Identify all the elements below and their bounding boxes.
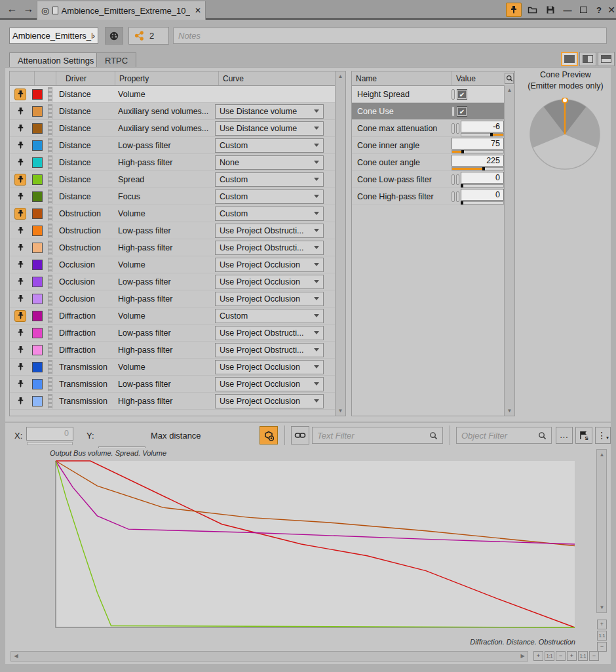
color-swatch[interactable] xyxy=(32,345,43,355)
curve-mode-dropdown[interactable]: Use Project Obstructi... xyxy=(215,241,324,255)
pin-toggle[interactable] xyxy=(14,225,26,237)
zoom-reset-horizontal-button[interactable]: 1:1 xyxy=(545,651,554,661)
color-swatch[interactable] xyxy=(32,123,43,134)
color-swatch[interactable] xyxy=(32,362,43,372)
color-swatch[interactable] xyxy=(32,226,43,236)
value-slider[interactable] xyxy=(452,150,504,153)
rtpc-indicator-pill[interactable] xyxy=(456,123,459,134)
forward-button[interactable]: → xyxy=(20,2,37,17)
pin-window-button[interactable] xyxy=(506,3,522,17)
pin-toggle[interactable] xyxy=(14,242,26,254)
curve-mode-dropdown[interactable]: Use Project Occlusion xyxy=(215,377,324,391)
object-name-input[interactable]: Ambience_Emitters_E › xyxy=(9,28,98,44)
pin-toggle[interactable] xyxy=(14,361,26,373)
scroll-up-icon[interactable]: ▲ xyxy=(598,450,606,459)
property-row[interactable]: Cone High-pass filter0 xyxy=(352,188,504,205)
row-drag-handle[interactable] xyxy=(48,258,52,272)
layout-split-horizontal-button[interactable] xyxy=(598,52,615,66)
color-swatch[interactable] xyxy=(32,106,43,117)
row-drag-handle[interactable] xyxy=(48,104,52,119)
curve-mode-dropdown[interactable]: Custom xyxy=(215,172,324,187)
curve-row[interactable]: ObstructionHigh-pass filterUse Project O… xyxy=(10,239,335,256)
curve-mode-dropdown[interactable]: Use Project Occlusion xyxy=(215,258,324,272)
slider-marker[interactable] xyxy=(461,184,463,188)
value-input[interactable]: -6 xyxy=(461,121,504,132)
curve-row[interactable]: DistanceVolume xyxy=(10,86,335,103)
value-input[interactable]: 75 xyxy=(452,138,504,149)
curve-mode-dropdown[interactable]: Use Project Occlusion xyxy=(215,275,324,289)
value-field[interactable]: 75 xyxy=(452,137,504,154)
open-folder-button[interactable] xyxy=(524,3,540,17)
save-button[interactable] xyxy=(543,3,558,17)
curve-row[interactable]: TransmissionVolumeUse Project Occlusion xyxy=(10,359,335,376)
tab-attenuation-settings[interactable]: Attenuation Settings xyxy=(9,52,102,68)
row-drag-handle[interactable] xyxy=(48,309,52,323)
color-swatch[interactable] xyxy=(32,89,43,100)
pin-toggle[interactable] xyxy=(14,276,26,288)
rtpc-indicator-pill[interactable] xyxy=(456,174,459,185)
zoom-out-vertical-button[interactable]: − xyxy=(597,642,607,652)
row-drag-handle[interactable] xyxy=(48,343,52,357)
value-slider[interactable] xyxy=(461,133,504,136)
pin-toggle[interactable] xyxy=(14,344,26,356)
zoom-out-horizontal-button[interactable]: − xyxy=(556,651,566,661)
pin-toggle[interactable] xyxy=(14,395,26,407)
notes-input[interactable]: Notes xyxy=(173,28,607,44)
curve-mode-dropdown[interactable]: Use Project Obstructi... xyxy=(215,224,324,238)
property-row[interactable]: Cone Use✔ xyxy=(352,103,504,120)
filter-settings-button[interactable]: S xyxy=(575,427,592,444)
pin-toggle[interactable] xyxy=(14,106,26,117)
row-drag-handle[interactable] xyxy=(48,155,52,170)
text-filter-input[interactable]: Text Filter xyxy=(312,427,443,444)
driver-column-header[interactable]: Driver xyxy=(56,71,115,85)
curve-row[interactable]: ObstructionLow-pass filterUse Project Ob… xyxy=(10,222,335,239)
pin-toggle[interactable] xyxy=(14,378,26,390)
layout-split-vertical-button[interactable] xyxy=(579,52,596,66)
row-drag-handle[interactable] xyxy=(48,394,52,408)
scroll-up-icon[interactable]: ▲ xyxy=(505,86,514,94)
game-object-mode-button[interactable] xyxy=(260,426,278,445)
value-checkbox[interactable]: ✔ xyxy=(457,90,467,99)
rtpc-indicator-pill[interactable] xyxy=(452,89,455,100)
curve-mode-dropdown[interactable]: Use Distance volume xyxy=(215,121,324,136)
cone-direction-handle[interactable] xyxy=(562,98,568,103)
pin-toggle[interactable] xyxy=(14,89,26,100)
curves-table-scrollbar[interactable]: ▲ ▼ xyxy=(335,71,345,416)
document-tab[interactable]: ◎ Ambience_Emitters_Extreme_10_100 ✕ xyxy=(37,1,206,20)
curve-mode-dropdown[interactable]: Use Distance volume xyxy=(215,104,324,119)
pin-toggle[interactable] xyxy=(14,259,26,271)
color-swatch[interactable] xyxy=(32,174,43,185)
curve-row[interactable]: DistanceSpreadCustom xyxy=(10,171,335,188)
plot-area[interactable] xyxy=(56,461,575,627)
minimize-button[interactable]: — xyxy=(560,3,575,17)
pin-toggle[interactable] xyxy=(14,140,26,151)
pin-toggle[interactable] xyxy=(14,191,26,203)
pin-toggle[interactable] xyxy=(14,310,26,322)
color-palette-button[interactable] xyxy=(105,27,123,45)
rtpc-indicator-pill[interactable] xyxy=(452,123,455,134)
rtpc-indicator-pill[interactable] xyxy=(452,191,455,202)
color-swatch[interactable] xyxy=(32,191,43,202)
color-swatch[interactable] xyxy=(32,157,43,168)
color-swatch[interactable] xyxy=(32,260,43,270)
zoom-in-horizontal-button[interactable]: + xyxy=(533,651,543,661)
pin-toggle[interactable] xyxy=(14,123,26,134)
curve-row[interactable]: DistanceHigh-pass filterNone xyxy=(10,154,335,171)
curve-row[interactable]: ObstructionVolumeCustom xyxy=(10,205,335,222)
value-checkbox[interactable]: ✔ xyxy=(457,107,467,116)
pin-toggle[interactable] xyxy=(14,327,26,339)
color-swatch[interactable] xyxy=(32,208,43,219)
properties-table-scrollbar[interactable]: ▲ ▼ xyxy=(504,85,514,416)
pin-toggle[interactable] xyxy=(14,174,26,186)
scroll-up-icon[interactable]: ▲ xyxy=(336,72,345,81)
curve-row[interactable]: DiffractionHigh-pass filterUse Project O… xyxy=(10,342,335,359)
curve-row[interactable]: DistanceAuxiliary send volumes...Use Dis… xyxy=(10,103,335,120)
layout-single-button[interactable] xyxy=(561,52,578,66)
property-row[interactable]: Height Spread✔ xyxy=(352,86,504,103)
curve-mode-dropdown[interactable]: Use Project Obstructi... xyxy=(215,326,324,340)
tab-rtpc[interactable]: RTPC xyxy=(96,52,136,68)
toolbar-menu-button[interactable]: ⋮▾ xyxy=(595,427,611,444)
slider-marker[interactable] xyxy=(461,201,463,205)
x-slider[interactable] xyxy=(27,442,73,445)
attenuation-curves-chart[interactable] xyxy=(5,448,598,644)
